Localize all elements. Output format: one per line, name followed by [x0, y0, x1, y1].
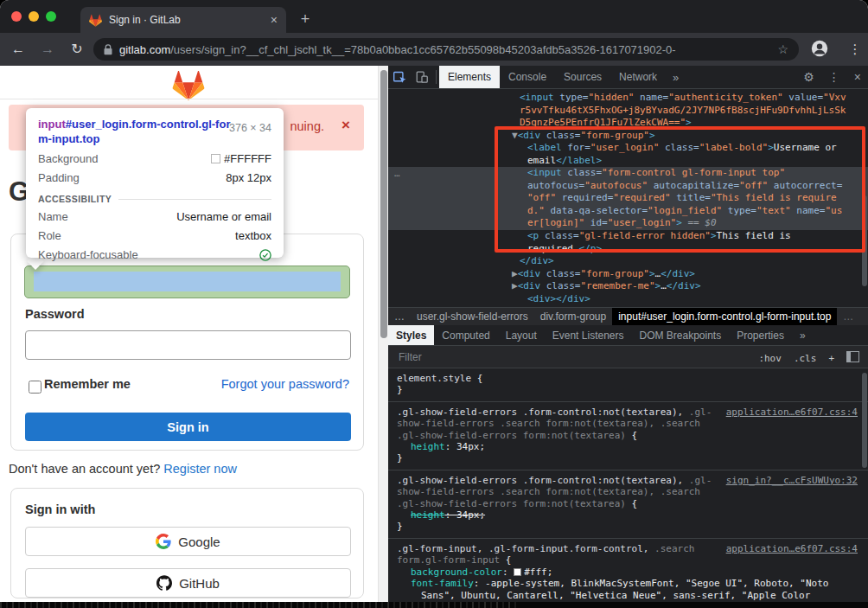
- tooltip-background-row: Background#FFFFFF: [38, 152, 271, 165]
- forgot-password-link[interactable]: Forgot your password?: [221, 377, 349, 391]
- devtools-tab-sources[interactable]: Sources: [555, 66, 610, 88]
- tooltip-padding-label: Padding: [38, 171, 80, 184]
- google-icon: [156, 534, 171, 549]
- tooltip-focusable-row: Keyboard-focusable: [38, 248, 271, 261]
- browser-window: Sign in · GitLab × + ← → ↻ gitlab.com/us…: [0, 0, 868, 608]
- register-line: Don't have an account yet? Register now: [9, 462, 237, 476]
- tooltip-name-row: NameUsername or email: [38, 210, 271, 223]
- styles-more-tabs-icon[interactable]: »: [792, 325, 814, 345]
- inspect-element-icon[interactable]: [388, 66, 411, 88]
- tooltip-selector-rest2: m-input.top: [38, 132, 99, 145]
- github-icon: [156, 575, 172, 591]
- css-rule[interactable]: application…e6f07.css:4.gl-show-field-er…: [388, 402, 868, 470]
- tooltip-padding-value: 8px 12px: [226, 171, 271, 184]
- tooltip-selector-rest1: #user_login.form-control.gl-for: [66, 118, 231, 131]
- elements-breadcrumbs: …user.gl-show-field-errorsdiv.form-group…: [388, 307, 868, 325]
- gitlab-signin-page: nuing. × G Password Remember me Forgot y…: [0, 66, 378, 603]
- alert-text: nuing.: [290, 119, 324, 133]
- css-rule[interactable]: element.style {}: [388, 368, 868, 402]
- inspect-highlight-username-input[interactable]: [24, 266, 350, 298]
- elements-tree[interactable]: … <input type="hidden" name="authenticit…: [388, 89, 868, 307]
- breadcrumb-overflow[interactable]: …: [388, 308, 411, 325]
- page-scrollbar-thumb[interactable]: [380, 70, 387, 338]
- styles-tab-computed[interactable]: Computed: [434, 325, 497, 345]
- tooltip-selector-tag: input: [38, 118, 66, 131]
- toolbar-separator: [436, 70, 437, 84]
- css-source-link[interactable]: application…e6f07.css:4: [726, 406, 858, 418]
- signin-with-label: Sign in with: [25, 502, 95, 516]
- tooltip-background-label: Background: [38, 152, 98, 165]
- alert-close-icon[interactable]: ×: [341, 117, 350, 134]
- profile-avatar-icon[interactable]: [810, 39, 829, 61]
- toggle-[interactable]: +: [828, 353, 834, 364]
- sign-in-button[interactable]: Sign in: [25, 413, 351, 441]
- tooltip-background-value: #FFFFFF: [224, 152, 271, 165]
- styles-tab-event-listeners[interactable]: Event Listeners: [545, 325, 632, 345]
- styles-toggles: :hov.cls+: [758, 349, 846, 365]
- styles-tab-dom-breakpoints[interactable]: DOM Breakpoints: [631, 325, 729, 345]
- remember-me-checkbox[interactable]: [29, 381, 41, 394]
- devtools-tabs: ElementsConsoleSourcesNetwork: [439, 66, 666, 88]
- breadcrumb-trail[interactable]: …: [837, 308, 859, 325]
- devtools-tab-elements[interactable]: Elements: [439, 66, 500, 88]
- bookmark-star-icon[interactable]: ☆: [777, 42, 788, 56]
- styles-tabs: StylesComputedLayoutEvent ListenersDOM B…: [388, 325, 868, 346]
- reload-icon[interactable]: ↻: [67, 40, 86, 59]
- github-signin-button[interactable]: GitHub: [25, 568, 351, 598]
- styles-filter-bar: :hov.cls+: [388, 346, 868, 368]
- browser-tab[interactable]: Sign in · GitLab ×: [80, 7, 286, 33]
- css-rule[interactable]: sign_in?__c…cFsUWUyo:32.gl-show-field-er…: [388, 470, 868, 539]
- window-close-icon[interactable]: [11, 11, 22, 22]
- check-circle-icon: [259, 249, 271, 261]
- page-scrollbar[interactable]: [378, 66, 388, 603]
- remember-me-label: Remember me: [44, 377, 131, 391]
- styles-scrollbar-thumb[interactable]: [862, 373, 867, 468]
- breadcrumb-selected[interactable]: input#user_login.form-control.gl-form-in…: [612, 308, 837, 325]
- device-toolbar-icon[interactable]: [411, 66, 433, 88]
- toggle-cls[interactable]: .cls: [794, 353, 817, 364]
- devtools-close-icon[interactable]: ×: [847, 70, 868, 84]
- google-signin-button[interactable]: Google: [25, 527, 351, 556]
- styles-rules[interactable]: element.style {}application…e6f07.css:4.…: [388, 368, 868, 608]
- devtools-settings-icon[interactable]: ⚙: [796, 70, 821, 84]
- breadcrumb-item[interactable]: div.form-group: [534, 308, 612, 325]
- forward-icon[interactable]: →: [38, 40, 57, 59]
- styles-tab-styles[interactable]: Styles: [388, 325, 434, 345]
- window-zoom-icon[interactable]: [46, 11, 56, 22]
- sidebar-toggle-icon[interactable]: [846, 351, 859, 362]
- styles-tab-layout[interactable]: Layout: [498, 325, 545, 345]
- tooltip-focusable-label: Keyboard-focusable: [38, 248, 138, 261]
- header-divider: [0, 99, 378, 99]
- css-source-link[interactable]: sign_in?__c…cFsUWUyo:32: [726, 475, 858, 486]
- gitlab-favicon-icon: [89, 14, 102, 27]
- styles-tab-properties[interactable]: Properties: [729, 325, 792, 345]
- tooltip-name-value: Username or email: [176, 210, 271, 223]
- lock-icon: [104, 44, 112, 55]
- google-label: Google: [178, 534, 220, 549]
- devtools-menu-icon[interactable]: ⋮: [821, 70, 847, 84]
- devtools-tab-network[interactable]: Network: [610, 66, 666, 88]
- toggle-hov[interactable]: :hov: [758, 353, 782, 364]
- tooltip-dimensions: 376 × 34: [229, 122, 271, 134]
- browser-menu-icon[interactable]: ⋮: [846, 40, 865, 59]
- css-source-link[interactable]: application…e6f07.css:4: [726, 543, 858, 554]
- breadcrumb-item[interactable]: user.gl-show-field-errors: [411, 308, 534, 325]
- register-now-link[interactable]: Register now: [163, 462, 237, 476]
- window-minimize-icon[interactable]: [29, 11, 39, 22]
- new-tab-button[interactable]: +: [295, 9, 316, 29]
- more-tabs-icon[interactable]: »: [666, 66, 686, 88]
- tooltip-role-label: Role: [38, 229, 61, 242]
- color-swatch-icon: [211, 154, 220, 163]
- css-rule[interactable]: application…e6f07.css:4.gl-form-input, .…: [388, 539, 868, 607]
- url-bar[interactable]: gitlab.com/users/sign_in?__cf_chl_jschl_…: [93, 38, 799, 61]
- password-label: Password: [25, 307, 85, 321]
- tab-strip: Sign in · GitLab × +: [0, 0, 868, 33]
- tab-close-icon[interactable]: ×: [271, 14, 278, 26]
- url-host: gitlab.com: [119, 43, 170, 56]
- password-input[interactable]: [25, 330, 351, 360]
- devtools-tab-console[interactable]: Console: [500, 66, 555, 88]
- inspect-highlight-content: [34, 272, 341, 291]
- styles-filter-input[interactable]: [397, 350, 758, 364]
- elements-scrollbar-thumb[interactable]: [862, 195, 867, 286]
- back-icon[interactable]: ←: [9, 40, 28, 59]
